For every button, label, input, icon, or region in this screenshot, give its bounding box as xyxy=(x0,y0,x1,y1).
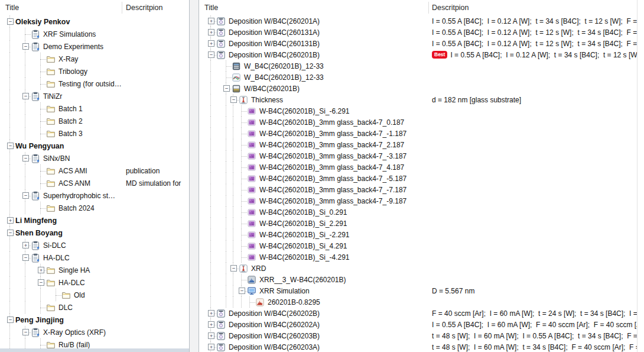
vertical-scrollbar[interactable] xyxy=(637,0,644,352)
tree-row[interactable]: Batch 3 xyxy=(0,127,189,140)
expand-icon[interactable]: + xyxy=(208,40,214,47)
tree-row[interactable]: −TiNiZr xyxy=(0,90,189,102)
tree-row[interactable]: W-B4C(260201B)_3mm glass_back4-7_-3.187 xyxy=(199,150,644,162)
collapse-icon[interactable]: − xyxy=(7,18,14,25)
folder-icon xyxy=(46,54,56,64)
tree-row[interactable]: DLC xyxy=(0,301,189,314)
tree-item-label: Batch 1 xyxy=(58,105,83,113)
tree-row[interactable]: Batch 2024 xyxy=(0,202,189,214)
tree-row[interactable]: +Deposition W/B4C(260131B)I = 0.55 A [B4… xyxy=(199,38,644,49)
column-divider[interactable] xyxy=(122,2,122,14)
tree-row[interactable]: W-B4C(260201B)_Si_2.291 xyxy=(199,218,644,229)
tree-item-label: XRR Simulation xyxy=(259,287,310,295)
tree-row[interactable]: −XRR SimulationD = 5.567 nm xyxy=(199,285,644,296)
tree-row[interactable]: −HA-DLC xyxy=(0,251,189,264)
tree-row[interactable]: +Deposition W/B4C(260203A)t = 48 s [W]; … xyxy=(199,341,644,352)
tree-row[interactable]: Batch 2 xyxy=(0,115,189,127)
collapse-icon[interactable]: − xyxy=(208,51,214,58)
description-column-header[interactable]: Descritpion xyxy=(432,4,469,12)
tree-row[interactable]: −HA-DLC xyxy=(0,276,189,289)
expand-icon[interactable]: + xyxy=(208,310,214,317)
collapse-icon[interactable]: − xyxy=(38,279,44,286)
deposition-icon xyxy=(216,39,226,49)
tree-row[interactable]: XRF Simulations xyxy=(0,28,189,40)
tree-row[interactable]: W-B4C(260201B)_3mm glass_back4-7_-7.187 xyxy=(199,184,644,195)
collapse-icon[interactable]: − xyxy=(22,192,29,199)
expand-icon[interactable]: + xyxy=(22,242,29,248)
tree-row[interactable]: W_B4C(260201B)_12-33 xyxy=(199,60,644,72)
tree-row[interactable]: W-B4C(260201B)_Si_-2.291 xyxy=(199,229,644,240)
tree-row[interactable]: +Single HA xyxy=(0,264,189,276)
description-column-header[interactable]: Descritpion xyxy=(126,4,163,12)
collapse-icon[interactable]: − xyxy=(7,143,14,149)
collapse-icon[interactable]: − xyxy=(230,265,237,272)
collapse-icon[interactable]: − xyxy=(22,43,29,50)
tree-row[interactable]: W-B4C(260201B)_Si_4.291 xyxy=(199,240,644,251)
expand-icon[interactable]: + xyxy=(208,29,214,35)
projects-tree-panel: Title Descritpion −Oleksiy PenkovXRF Sim… xyxy=(0,0,190,352)
clipboard-icon xyxy=(31,253,40,263)
tree-row[interactable]: +Deposition W/B4C(260201A)I = 0.55 A [B4… xyxy=(199,15,644,27)
expand-icon[interactable]: + xyxy=(208,332,214,339)
tree-row[interactable]: −Deposition W/B4C(260201B)BestI = 0.55 A… xyxy=(199,49,644,60)
tree-row[interactable]: X-Ray xyxy=(0,53,189,65)
tree-row[interactable]: ACS ANMMD simulation for xyxy=(0,177,189,189)
tree-row[interactable]: W-B4C(260201B)_3mm glass_back4-7_4.187 xyxy=(199,162,644,173)
collapse-icon[interactable]: − xyxy=(7,230,14,236)
tree-row[interactable]: W-B4C(260201B)_Si_-6.291 xyxy=(199,105,644,117)
tree-row[interactable]: W-B4C(260201B)_3mm glass_back4-7_-1.187 xyxy=(199,128,644,139)
tree-row[interactable]: +Deposition W/B4C(260202B)F = 40 sccm [A… xyxy=(199,308,644,319)
expand-icon[interactable]: + xyxy=(208,18,214,24)
title-column-header[interactable]: Title xyxy=(0,4,19,12)
panel-splitter[interactable] xyxy=(190,0,199,352)
collapse-icon[interactable]: − xyxy=(223,85,230,92)
tree-row[interactable]: W-B4C(260201B)_3mm glass_back4-7_2.187 xyxy=(199,139,644,150)
tree-row[interactable]: −W/B4C(260201B) xyxy=(199,83,644,94)
tree-row[interactable]: +Deposition W/B4C(260202A)I = 0.55 A [B4… xyxy=(199,319,644,330)
column-divider[interactable] xyxy=(428,2,429,14)
collapse-icon[interactable]: − xyxy=(7,317,14,323)
tree-row[interactable]: W-B4C(260201B)_Si_0.291 xyxy=(199,206,644,218)
tree-row[interactable]: W-B4C(260201B)_3mm glass_back4-7_-9.187 xyxy=(199,195,644,206)
tree-row[interactable]: Testing (for outsid… xyxy=(0,77,189,90)
tree-row[interactable]: −Thicknessd = 182 nm [glass substrate] xyxy=(199,94,644,105)
tree-row[interactable]: −Oleksiy Penkov xyxy=(0,15,189,28)
tree-row[interactable]: −Demo Experiments xyxy=(0,40,189,53)
tree-item-label: ACS ANM xyxy=(58,179,90,188)
expand-icon[interactable]: + xyxy=(208,344,214,350)
expand-icon[interactable]: + xyxy=(7,217,14,224)
tree-row[interactable]: −XRD xyxy=(199,263,644,274)
tree-row[interactable]: −Wu Pengyuan xyxy=(0,140,189,152)
expand-icon[interactable]: + xyxy=(208,321,214,328)
tree-row[interactable]: −SiNx/BN xyxy=(0,152,189,164)
description-text: I = 0.55 A [B4C]; I = 0.12 A [W]; t = 12… xyxy=(432,40,644,48)
tree-row[interactable]: +Deposition W/B4C(260131A)I = 0.55 A [B4… xyxy=(199,27,644,38)
tree-row[interactable]: −Peng Jingjing xyxy=(0,314,189,326)
tree-row[interactable]: W-B4C(260201B)_3mm glass_back4-7_0.187 xyxy=(199,117,644,128)
collapse-icon[interactable]: − xyxy=(22,93,29,99)
tree-row[interactable]: Batch 1 xyxy=(0,102,189,115)
collapse-icon[interactable]: − xyxy=(22,155,29,162)
tree-row[interactable]: Old xyxy=(0,289,189,301)
tree-row[interactable]: Tribology xyxy=(0,65,189,77)
tree-row[interactable]: +Deposition W/B4C(260203B)t = 48 s [W]; … xyxy=(199,330,644,341)
tree-row[interactable]: −X-Ray Optics (XRF) xyxy=(0,326,189,338)
tree-row[interactable]: W-B4C(260201B)_3mm glass_back4-7_-5.187 xyxy=(199,173,644,184)
collapse-icon[interactable]: − xyxy=(239,288,245,294)
tree-row[interactable]: +Si-DLC xyxy=(0,239,189,251)
tree-row[interactable]: W_B4C(260201B)_12-33 xyxy=(199,72,644,83)
collapse-icon[interactable]: − xyxy=(22,329,29,335)
tree-row[interactable]: +Li Mingfeng xyxy=(0,214,189,227)
expand-icon[interactable]: + xyxy=(38,267,44,273)
title-column-header[interactable]: Title xyxy=(199,4,218,12)
tree-row[interactable]: XRR__3_W-B4C(260201B) xyxy=(199,274,644,285)
tree-row[interactable]: −Shen Boyang xyxy=(0,227,189,239)
clipboard-icon xyxy=(31,328,40,337)
tree-row[interactable]: −Superhydrophobic st… xyxy=(0,189,189,202)
tree-row[interactable]: ACS AMIpublication xyxy=(0,164,189,177)
collapse-icon[interactable]: − xyxy=(22,254,29,261)
collapse-icon[interactable]: − xyxy=(230,96,237,103)
horizontal-scrollbar[interactable] xyxy=(0,348,189,352)
tree-row[interactable]: 260201B-0.8295 xyxy=(199,296,644,308)
tree-row[interactable]: W-B4C(260201B)_Si_-4.291 xyxy=(199,251,644,263)
